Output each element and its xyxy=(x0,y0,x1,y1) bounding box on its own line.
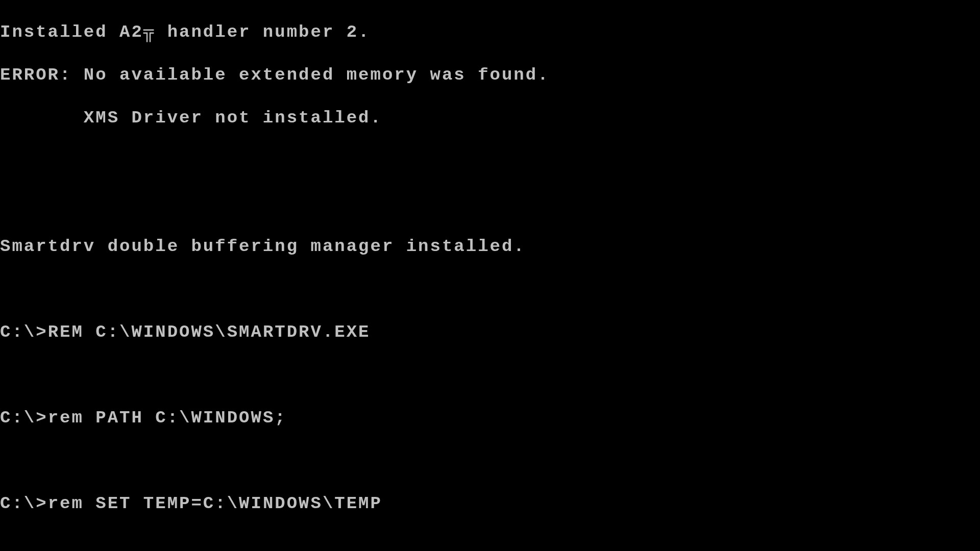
output-error-line: XMS Driver not installed. xyxy=(0,107,980,129)
blank-line xyxy=(0,279,980,300)
prompt-c: C:\> xyxy=(0,494,48,513)
prompt-c: C:\> xyxy=(0,322,48,342)
command-text: REM C:\WINDOWS\SMARTDRV.EXE xyxy=(48,322,371,342)
blank-line xyxy=(0,193,980,214)
command-text: rem SET TEMP=C:\WINDOWS\TEMP xyxy=(48,494,382,513)
output-error-line: ERROR: No available extended memory was … xyxy=(0,64,980,86)
blank-line xyxy=(0,450,980,471)
output-line: Smartdrv double buffering manager instal… xyxy=(0,236,980,257)
prompt-c: C:\> xyxy=(0,408,48,428)
command-line: C:\>rem SET TEMP=C:\WINDOWS\TEMP xyxy=(0,493,980,514)
blank-line xyxy=(0,364,980,386)
dos-terminal[interactable]: Installed A2╦ handler number 2. ERROR: N… xyxy=(0,0,980,551)
blank-line xyxy=(0,150,980,171)
command-text: rem PATH C:\WINDOWS; xyxy=(48,408,287,428)
output-line: Installed A2╦ handler number 2. xyxy=(0,21,980,43)
command-line: C:\>rem PATH C:\WINDOWS; xyxy=(0,407,980,429)
blank-line xyxy=(0,536,980,551)
command-line: C:\>REM C:\WINDOWS\SMARTDRV.EXE xyxy=(0,321,980,343)
